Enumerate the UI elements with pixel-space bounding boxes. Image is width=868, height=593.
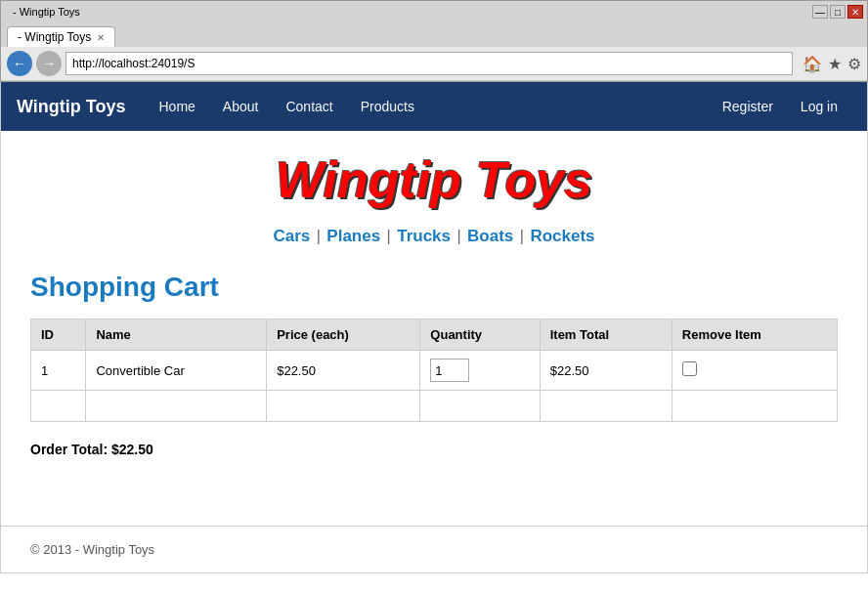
separator-2: | bbox=[382, 228, 391, 244]
page-content: Wingtip Toys Home About Contact Products… bbox=[0, 82, 868, 573]
navbar: Wingtip Toys Home About Contact Products… bbox=[1, 82, 867, 131]
nav-link-products[interactable]: Products bbox=[347, 82, 428, 131]
nav-link-about[interactable]: About bbox=[209, 82, 273, 131]
favorites-icon[interactable]: ★ bbox=[828, 55, 842, 73]
col-header-item-total: Item Total bbox=[540, 319, 672, 351]
order-total: Order Total: $22.50 bbox=[30, 442, 838, 457]
quantity-input[interactable] bbox=[430, 359, 469, 382]
category-link-boats[interactable]: Boats bbox=[467, 227, 513, 245]
category-link-planes[interactable]: Planes bbox=[326, 227, 380, 245]
page-heading: Shopping Cart bbox=[30, 272, 838, 303]
category-link-trucks[interactable]: Trucks bbox=[397, 227, 451, 245]
table-header-row: ID Name Price (each) Quantity Item Total… bbox=[31, 319, 838, 351]
col-header-quantity: Quantity bbox=[420, 319, 540, 351]
url-input[interactable] bbox=[72, 57, 786, 70]
empty-cell-5 bbox=[540, 391, 672, 422]
col-header-name: Name bbox=[86, 319, 267, 351]
separator-4: | bbox=[515, 228, 524, 244]
table-row-empty bbox=[31, 391, 838, 422]
tab-bar: - Wingtip Toys ✕ bbox=[1, 22, 867, 47]
footer-text: © 2013 - Wingtip Toys bbox=[30, 542, 154, 557]
cart-table: ID Name Price (each) Quantity Item Total… bbox=[30, 318, 838, 422]
home-icon[interactable]: 🏠 bbox=[803, 55, 822, 73]
col-header-id: ID bbox=[31, 319, 86, 351]
empty-cell-1 bbox=[31, 391, 86, 422]
order-total-label: Order Total: bbox=[30, 442, 108, 457]
site-title-section: Wingtip Toys bbox=[1, 131, 867, 219]
separator-1: | bbox=[312, 228, 321, 244]
window-title: - Wingtip Toys bbox=[5, 6, 810, 18]
site-title: Wingtip Toys bbox=[1, 150, 867, 209]
table-row: 1 Convertible Car $22.50 $22.50 bbox=[31, 351, 838, 391]
category-links: Cars | Planes | Trucks | Boats | Rockets bbox=[1, 219, 867, 262]
order-total-value: $22.50 bbox=[111, 442, 153, 457]
footer: © 2013 - Wingtip Toys bbox=[1, 526, 867, 572]
empty-cell-2 bbox=[86, 391, 267, 422]
empty-cell-6 bbox=[672, 391, 837, 422]
navbar-brand[interactable]: Wingtip Toys bbox=[17, 97, 126, 117]
cell-name: Convertible Car bbox=[86, 351, 267, 391]
cell-item-total: $22.50 bbox=[540, 351, 672, 391]
minimize-button[interactable]: — bbox=[812, 5, 828, 19]
settings-icon[interactable]: ⚙ bbox=[847, 55, 861, 73]
navbar-right: Register Log in bbox=[709, 82, 851, 131]
cell-price: $22.50 bbox=[267, 351, 420, 391]
nav-link-register[interactable]: Register bbox=[709, 82, 787, 131]
separator-3: | bbox=[453, 228, 461, 244]
col-header-remove: Remove Item bbox=[672, 319, 837, 351]
title-bar: - Wingtip Toys — □ ✕ bbox=[1, 1, 867, 22]
tab-label: - Wingtip Toys bbox=[18, 30, 91, 44]
browser-toolbar: ← → 🏠 ★ ⚙ bbox=[1, 47, 867, 81]
empty-cell-3 bbox=[267, 391, 420, 422]
category-link-rockets[interactable]: Rockets bbox=[530, 227, 594, 245]
main-content: Shopping Cart ID Name Price (each) Quant… bbox=[1, 262, 867, 506]
browser-icons: 🏠 ★ ⚙ bbox=[803, 55, 861, 73]
nav-link-contact[interactable]: Contact bbox=[272, 82, 346, 131]
remove-checkbox[interactable] bbox=[682, 361, 697, 376]
empty-cell-4 bbox=[420, 391, 540, 422]
maximize-button[interactable]: □ bbox=[830, 5, 846, 19]
forward-button[interactable]: → bbox=[36, 51, 62, 76]
browser-tab[interactable]: - Wingtip Toys ✕ bbox=[7, 26, 115, 47]
back-button[interactable]: ← bbox=[7, 51, 32, 76]
category-link-cars[interactable]: Cars bbox=[273, 227, 310, 245]
cell-quantity bbox=[420, 351, 540, 391]
address-bar[interactable] bbox=[65, 52, 793, 75]
browser-chrome: - Wingtip Toys — □ ✕ - Wingtip Toys ✕ ← … bbox=[0, 0, 868, 82]
nav-link-home[interactable]: Home bbox=[146, 82, 209, 131]
cell-id: 1 bbox=[31, 351, 86, 391]
col-header-price: Price (each) bbox=[267, 319, 420, 351]
navbar-links: Home About Contact Products bbox=[146, 82, 709, 131]
cell-remove bbox=[672, 351, 837, 391]
nav-link-login[interactable]: Log in bbox=[787, 82, 851, 131]
tab-close-icon[interactable]: ✕ bbox=[97, 32, 105, 43]
close-button[interactable]: ✕ bbox=[847, 5, 863, 19]
